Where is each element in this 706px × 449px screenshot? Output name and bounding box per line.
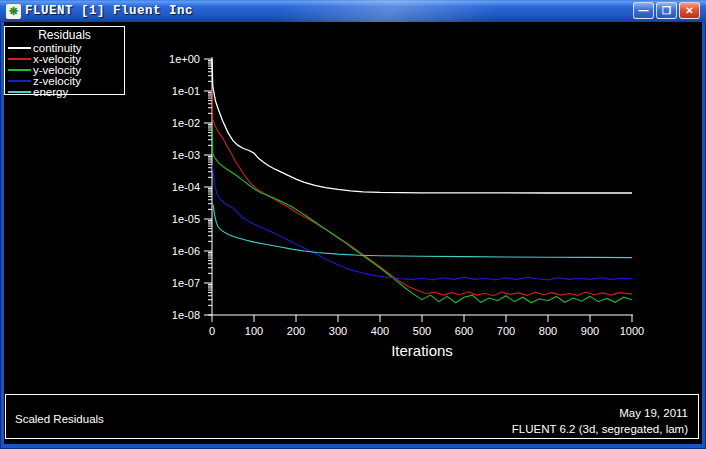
z-velocity-line-swatch: [8, 80, 31, 82]
x-tick-label: 1000: [620, 325, 644, 337]
y-tick-label: 1e-08: [172, 309, 200, 321]
fluent-window: ❋ FLUENT [1] Fluent Inc — ❐ ✕ 0100200300…: [0, 0, 706, 449]
x-tick-label: 300: [329, 325, 347, 337]
y-tick-label: 1e-02: [172, 117, 200, 129]
legend-rows: continuityx-velocityy-velocityz-velocity…: [5, 42, 124, 97]
y-tick-label: 1e-05: [172, 213, 200, 225]
y-tick-label: 1e-06: [172, 245, 200, 257]
legend-item-z-velocity: z-velocity: [5, 75, 124, 86]
x-axis-title: Iterations: [391, 342, 453, 359]
x-tick-label: 400: [371, 325, 389, 337]
fluent-logo-icon: ❋: [6, 4, 21, 19]
date-text: May 19, 2011: [512, 405, 688, 421]
x-tick-label: 0: [209, 325, 215, 337]
close-button[interactable]: ✕: [679, 2, 700, 19]
window-controls: — ❐ ✕: [633, 2, 700, 19]
legend-item-x-velocity: x-velocity: [5, 53, 124, 64]
y-velocity-line-swatch: [8, 69, 31, 71]
y-tick-label: 1e-01: [172, 85, 200, 97]
x-tick-label: 600: [455, 325, 473, 337]
series-continuity: [212, 59, 632, 193]
x-tick-label: 200: [287, 325, 305, 337]
y-tick-label: 1e-07: [172, 277, 200, 289]
plot-title: Scaled Residuals: [15, 413, 104, 425]
window-title: FLUENT [1] Fluent Inc: [25, 4, 193, 18]
caption-right: May 19, 2011 FLUENT 6.2 (3d, segregated,…: [512, 405, 688, 437]
x-tick-label: 800: [539, 325, 557, 337]
series-energy: [212, 204, 632, 258]
y-tick-label: 1e-04: [172, 181, 200, 193]
y-tick-label: 1e-03: [172, 149, 200, 161]
series-z-velocity: [212, 165, 632, 280]
graphics-area: 010020030040050060070080090010001e+001e-…: [4, 22, 702, 444]
x-tick-label: 900: [581, 325, 599, 337]
x-velocity-line-swatch: [8, 58, 31, 60]
maximize-button[interactable]: ❐: [656, 2, 677, 19]
y-tick-label: 1e+00: [169, 53, 200, 65]
continuity-line-swatch: [8, 47, 31, 49]
title-bar[interactable]: ❋ FLUENT [1] Fluent Inc — ❐ ✕: [0, 0, 706, 22]
x-tick-label: 500: [413, 325, 431, 337]
legend-item-energy: energy: [5, 86, 124, 97]
energy-line-swatch: [8, 91, 31, 93]
legend-item-y-velocity: y-velocity: [5, 64, 124, 75]
minimize-button[interactable]: —: [633, 2, 654, 19]
version-text: FLUENT 6.2 (3d, segregated, lam): [512, 421, 688, 437]
legend-title: Residuals: [5, 27, 124, 42]
legend-label: energy: [33, 86, 68, 98]
legend-box: Residuals continuityx-velocityy-velocity…: [4, 26, 125, 95]
minimize-icon: —: [639, 6, 649, 18]
legend-item-continuity: continuity: [5, 42, 124, 53]
close-icon: ✕: [685, 6, 693, 16]
x-tick-label: 700: [497, 325, 515, 337]
x-tick-label: 100: [245, 325, 263, 337]
series-y-velocity: [212, 125, 632, 303]
caption-box: Scaled Residuals May 19, 2011 FLUENT 6.2…: [5, 394, 699, 439]
maximize-icon: ❐: [662, 6, 671, 16]
